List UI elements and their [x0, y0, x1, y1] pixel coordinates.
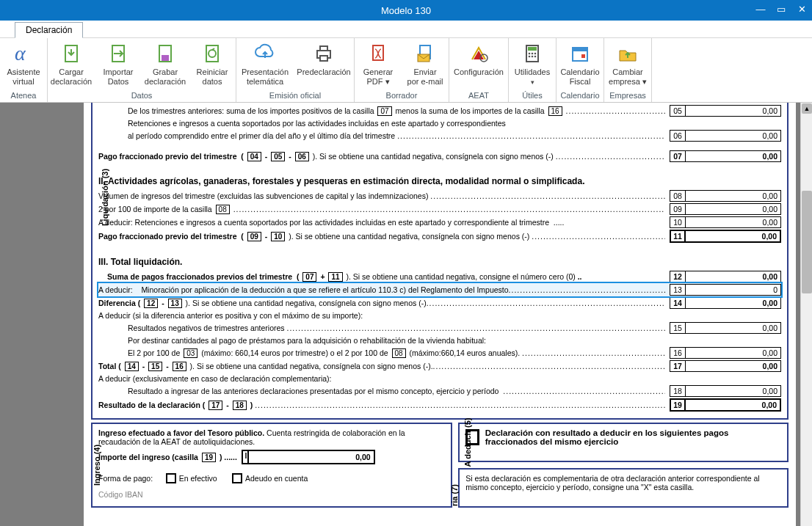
section-2-title: II. Actividades agrícolas, ganaderas, fo…	[98, 176, 781, 186]
tab-declaracion[interactable]: Declaración	[15, 22, 83, 38]
svg-point-20	[532, 56, 534, 58]
sidetab-liquidacion: Liquidación (3)	[101, 169, 109, 226]
casilla-18[interactable]	[686, 385, 781, 397]
highlighted-row-casilla-13: A deducir: Minoración por aplicación de …	[98, 283, 781, 296]
vertical-scrollbar[interactable]: ▲	[800, 103, 812, 526]
grabar-declaracion-button[interactable]: Grabardeclaración	[142, 41, 189, 87]
svg-rect-15	[528, 47, 537, 51]
utilidades-button[interactable]: Utilidades▾	[509, 41, 556, 87]
svg-point-17	[532, 53, 534, 55]
folder-up-icon	[606, 41, 650, 66]
enviar-email-button[interactable]: Enviarpor e-mail	[402, 41, 449, 87]
cloud-upload-icon	[238, 41, 292, 66]
aeat-gear-icon	[451, 41, 507, 66]
group-label: Atenea	[0, 90, 47, 102]
checkbox-efectivo[interactable]	[166, 473, 176, 483]
ribbon: α Asistentevirtual Atenea Cargardeclarac…	[0, 38, 812, 103]
group-label: Borrador	[355, 90, 449, 102]
svg-point-16	[529, 53, 531, 55]
casilla-19[interactable]	[686, 398, 781, 412]
casilla-07[interactable]	[686, 150, 781, 162]
scroll-up-icon[interactable]: ▲	[802, 103, 812, 114]
import-icon	[96, 41, 140, 66]
svg-rect-4	[162, 55, 169, 61]
section-3-title: III. Total liquidación.	[98, 257, 781, 267]
predeclaracion-button[interactable]: Predeclaración	[294, 41, 354, 77]
app-title: Modelo 130	[381, 5, 431, 16]
minimize-button[interactable]: —	[750, 0, 771, 21]
cambiar-empresa-button[interactable]: Cambiarempresa ▾	[604, 41, 651, 87]
svg-rect-8	[320, 46, 327, 51]
pdf-icon	[356, 41, 400, 66]
svg-rect-24	[581, 54, 585, 58]
casilla-05[interactable]	[686, 105, 781, 117]
calendario-fiscal-button[interactable]: CalendarioFiscal	[557, 41, 603, 87]
casilla-11[interactable]	[686, 230, 781, 243]
svg-point-21	[534, 56, 537, 58]
sidetab-deducir: A deducir (5)	[464, 418, 473, 467]
calendar-icon	[558, 41, 602, 66]
load-icon	[49, 41, 93, 66]
reset-icon	[190, 41, 234, 66]
email-icon	[403, 41, 447, 66]
close-button[interactable]: ✕	[791, 0, 812, 21]
svg-rect-23	[573, 48, 587, 51]
calculator-icon	[510, 41, 554, 66]
presentacion-telematica-button[interactable]: Presentacióntelemática	[236, 41, 294, 87]
form-page: Liquidación (3) De los trimestres anteri…	[84, 103, 796, 526]
asistente-virtual-button[interactable]: α Asistentevirtual	[0, 41, 47, 87]
configuracion-button[interactable]: Configuración	[449, 41, 508, 77]
scroll-thumb[interactable]	[802, 191, 812, 293]
alpha-icon: α	[1, 41, 46, 66]
group-label: Emisión oficial	[236, 90, 354, 102]
casilla-09[interactable]	[686, 203, 781, 215]
generar-pdf-button[interactable]: GenerarPDF ▾	[355, 41, 402, 87]
title-bar: Modelo 130 — ▭ ✕	[0, 0, 812, 21]
importe-ingreso-input[interactable]: I	[242, 450, 375, 464]
svg-point-19	[529, 56, 531, 58]
group-label: AEAT	[449, 90, 508, 102]
svg-rect-9	[320, 56, 327, 61]
ribbon-tab-row: Declaración	[0, 21, 812, 38]
group-label: Datos	[48, 90, 236, 102]
cargar-declaracion-button[interactable]: Cargardeclaración	[48, 41, 95, 87]
casilla-16[interactable]	[686, 347, 781, 359]
printer-icon	[295, 41, 352, 66]
sidetab-ingreso: Ingreso (4)	[93, 445, 101, 486]
save-icon	[143, 41, 187, 66]
group-label: Empresas	[604, 90, 651, 102]
casilla-14[interactable]	[686, 297, 781, 309]
casilla-12[interactable]	[686, 271, 781, 282]
casilla-08[interactable]	[686, 190, 781, 202]
casilla-10[interactable]	[686, 216, 781, 228]
casilla-06[interactable]	[686, 130, 781, 142]
checkbox-adeudo[interactable]	[232, 473, 242, 483]
maximize-button[interactable]: ▭	[771, 0, 791, 21]
casilla-17[interactable]	[686, 360, 781, 372]
svg-text:α: α	[15, 43, 26, 65]
reiniciar-datos-button[interactable]: Reiniciardatos	[189, 41, 236, 87]
group-label: Calendario	[557, 90, 603, 102]
sidetab-complementaria: ria (7)	[450, 484, 459, 506]
group-label: Útiles	[509, 90, 556, 102]
casilla-13[interactable]	[686, 284, 781, 296]
importar-datos-button[interactable]: ImportarDatos	[95, 41, 142, 87]
casilla-15[interactable]	[686, 322, 781, 334]
svg-point-18	[534, 53, 537, 55]
